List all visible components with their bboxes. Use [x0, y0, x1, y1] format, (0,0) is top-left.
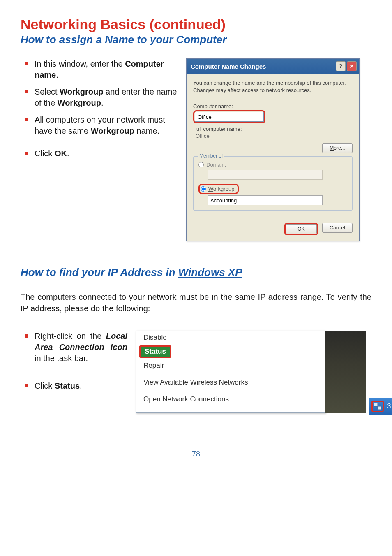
- more-button[interactable]: More...: [322, 143, 353, 153]
- dialog-title-text: Computer Name Changes: [191, 63, 266, 70]
- list-item: Click OK.: [21, 148, 179, 159]
- context-menu: Disable Status Repair View Available Wir…: [136, 331, 325, 413]
- menu-item-status[interactable]: Status: [139, 345, 322, 358]
- domain-label: Domain:: [206, 162, 226, 168]
- computer-name-input[interactable]: [195, 112, 264, 122]
- member-of-group: Member of Domain: Workgroup:: [193, 156, 353, 211]
- ip-intro-text: The computers connected to your network …: [21, 291, 371, 314]
- ok-button[interactable]: OK: [286, 224, 317, 234]
- workgroup-highlight: Workgroup:: [198, 184, 239, 194]
- domain-radio[interactable]: [198, 162, 204, 167]
- bullet-icon: [25, 384, 28, 387]
- ok-highlight: OK: [284, 223, 318, 235]
- menu-item-disable[interactable]: Disable: [136, 331, 325, 344]
- instruction-list-top: In this window, enter the Computer name.…: [21, 58, 179, 165]
- full-computer-name-label: Full computer name:: [193, 126, 353, 132]
- section-heading-assign-name: How to assign a Name to your Computer: [21, 33, 371, 46]
- list-item: In this window, enter the Computer name.: [21, 58, 179, 81]
- menu-separator: [136, 391, 325, 391]
- bullet-icon: [25, 62, 28, 65]
- tray-icon-highlight: [371, 401, 384, 412]
- section-heading-ip: How to find your IP Address in Windows X…: [21, 266, 371, 279]
- network-tray-icon[interactable]: [374, 403, 382, 410]
- bullet-icon: [25, 90, 28, 93]
- workgroup-radio-row[interactable]: Workgroup:: [201, 186, 236, 192]
- list-item: All computers on your network must have …: [21, 114, 179, 137]
- dialog-titlebar: Computer Name Changes ? ×: [187, 59, 359, 74]
- group-title: Member of: [198, 153, 224, 159]
- bullet-icon: [25, 334, 28, 338]
- desktop-background: [325, 331, 366, 413]
- computer-name-label: Computer name:: [193, 103, 353, 109]
- taskbar: 3:05 PM: [369, 398, 392, 415]
- list-item: Select Workgroup and enter the name of t…: [21, 86, 179, 109]
- full-computer-name-value: Office: [196, 133, 353, 139]
- bullet-icon: [25, 152, 28, 155]
- workgroup-radio[interactable]: [201, 186, 206, 192]
- cancel-button[interactable]: Cancel: [322, 223, 353, 233]
- menu-separator: [136, 374, 325, 374]
- workgroup-label: Workgroup:: [208, 186, 236, 192]
- instruction-list-bottom: Right-click on the Local Area Connection…: [21, 331, 127, 397]
- svg-rect-0: [374, 403, 378, 406]
- list-item: Right-click on the Local Area Connection…: [21, 331, 127, 364]
- list-item: Click Status.: [21, 380, 127, 392]
- workgroup-input[interactable]: [208, 195, 323, 205]
- taskbar-clock: 3:05 PM: [387, 403, 392, 410]
- dialog-description: You can change the name and the membersh…: [193, 79, 353, 94]
- status-highlight: Status: [139, 345, 171, 358]
- computer-name-dialog: Computer Name Changes ? × You can change…: [186, 58, 360, 241]
- bullet-icon: [25, 118, 28, 121]
- menu-item-view-networks[interactable]: View Available Wireless Networks: [136, 376, 325, 389]
- help-button[interactable]: ?: [336, 61, 346, 71]
- domain-radio-row[interactable]: Domain:: [198, 162, 347, 168]
- menu-item-open-connections[interactable]: Open Network Connections: [136, 393, 325, 406]
- computer-name-highlight: [193, 110, 265, 123]
- close-button[interactable]: ×: [347, 61, 357, 71]
- page-number: 78: [21, 450, 371, 459]
- domain-input[interactable]: [208, 170, 323, 180]
- menu-item-repair[interactable]: Repair: [136, 359, 325, 372]
- page-title: Networking Basics (continued): [21, 16, 371, 32]
- svg-rect-1: [378, 406, 381, 410]
